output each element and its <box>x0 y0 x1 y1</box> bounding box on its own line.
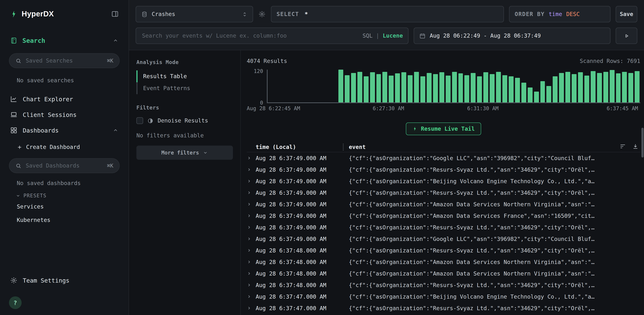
chevron-up-icon[interactable] <box>112 127 118 133</box>
download-icon[interactable] <box>632 143 639 150</box>
chart-bar[interactable] <box>395 73 400 102</box>
table-row[interactable]: Aug 28 6:37:48.000 AM {"cf":{"asOrganiza… <box>247 279 640 291</box>
help-button[interactable]: ? <box>9 296 22 309</box>
chevron-right-icon[interactable] <box>247 167 256 172</box>
chart-bar[interactable] <box>502 75 507 102</box>
chart-bar[interactable] <box>414 72 419 102</box>
chart-bar[interactable] <box>452 72 457 102</box>
hyperdx-logo[interactable]: HyperDX <box>10 10 54 18</box>
table-row[interactable]: Aug 28 6:37:48.000 AM {"cf":{"asOrganiza… <box>247 245 640 256</box>
chart-bar[interactable] <box>565 72 570 102</box>
more-filters-button[interactable]: More filters <box>136 146 233 160</box>
chart-bar[interactable] <box>597 73 602 102</box>
saved-searches-input[interactable]: Saved Searches ⌘K <box>9 53 120 68</box>
sidebar-section-search[interactable]: Search <box>0 37 128 44</box>
chart-bar[interactable] <box>540 81 545 102</box>
table-row[interactable]: Aug 28 6:37:49.000 AM {"cf":{"asOrganiza… <box>247 152 640 164</box>
chart-bar[interactable] <box>559 73 564 102</box>
table-row[interactable]: Aug 28 6:37:49.000 AM {"cf":{"asOrganiza… <box>247 187 640 198</box>
chart-bar[interactable] <box>402 72 406 102</box>
chart-bar[interactable] <box>370 72 375 102</box>
scrollbar-thumb[interactable] <box>642 128 644 157</box>
table-row[interactable]: Aug 28 6:37:49.000 AM {"cf":{"asOrganiza… <box>247 233 640 245</box>
table-row[interactable]: Aug 28 6:37:48.000 AM {"cf":{"asOrganiza… <box>247 256 640 268</box>
chart-bar[interactable] <box>364 76 368 102</box>
chevron-right-icon[interactable] <box>247 306 256 311</box>
chevron-right-icon[interactable] <box>247 213 256 218</box>
chart-bar[interactable] <box>389 76 394 102</box>
chevron-right-icon[interactable] <box>247 190 256 195</box>
chevron-right-icon[interactable] <box>247 248 256 253</box>
event-search-input[interactable] <box>141 32 358 39</box>
chart-bar[interactable] <box>345 75 350 102</box>
sidebar-item-kubernetes[interactable]: Kubernetes <box>0 213 128 227</box>
chart-bar[interactable] <box>515 78 520 102</box>
chart-bar[interactable] <box>578 72 583 102</box>
chevron-right-icon[interactable] <box>247 236 256 241</box>
chevron-right-icon[interactable] <box>247 156 256 160</box>
chevron-right-icon[interactable] <box>247 294 256 299</box>
chart-bar[interactable] <box>427 73 432 102</box>
mode-results-table[interactable]: Results Table <box>136 70 233 82</box>
chart-bar[interactable] <box>471 73 476 102</box>
chart-bar[interactable] <box>628 73 634 102</box>
chevron-right-icon[interactable] <box>247 179 256 184</box>
create-dashboard-button[interactable]: Create Dashboard <box>0 140 128 154</box>
chart-bar[interactable] <box>584 76 589 102</box>
denoise-checkbox[interactable] <box>136 117 143 124</box>
chart-bar[interactable] <box>440 72 444 102</box>
chevron-right-icon[interactable] <box>247 260 256 264</box>
sql-mode-button[interactable]: SQL <box>362 32 372 39</box>
saved-dashboards-input[interactable]: Saved Dashboards ⌘K <box>9 158 120 173</box>
chart-bar[interactable] <box>509 76 514 102</box>
chart-bar[interactable] <box>528 87 532 102</box>
chart-bar[interactable] <box>338 70 343 102</box>
chart-bar[interactable] <box>490 74 494 102</box>
chart-bar[interactable] <box>622 72 627 102</box>
column-resize-handle[interactable] <box>343 144 344 150</box>
select-clause-input[interactable]: SELECT * <box>271 6 504 22</box>
chart-bar[interactable] <box>433 74 438 102</box>
table-row[interactable]: Aug 28 6:37:49.000 AM {"cf":{"asOrganiza… <box>247 198 640 210</box>
order-by-input[interactable]: ORDER BY time DESC <box>509 6 610 22</box>
chevron-up-icon[interactable] <box>112 38 118 43</box>
chart-bar[interactable] <box>358 72 362 102</box>
time-column-header[interactable]: time (Local) <box>256 144 343 150</box>
chart-bar[interactable] <box>376 74 381 102</box>
chart-bar[interactable] <box>546 86 552 102</box>
chart-bar[interactable] <box>464 75 470 102</box>
chart-bar[interactable] <box>420 76 425 102</box>
chart-bar[interactable] <box>521 83 526 102</box>
chart-bar[interactable] <box>603 72 608 102</box>
presets-toggle[interactable]: PRESETS <box>0 190 128 200</box>
chart-bar[interactable] <box>496 72 501 102</box>
chart-bar[interactable] <box>610 70 614 102</box>
table-row[interactable]: Aug 28 6:37:49.000 AM {"cf":{"asOrganiza… <box>247 164 640 175</box>
chevron-right-icon[interactable] <box>247 225 256 230</box>
chart-bar[interactable] <box>382 72 388 102</box>
chart-bar[interactable] <box>635 71 640 102</box>
table-row[interactable]: Aug 28 6:37:49.000 AM {"cf":{"asOrganiza… <box>247 210 640 222</box>
chart-bar[interactable] <box>534 91 539 102</box>
chevron-right-icon[interactable] <box>247 283 256 288</box>
chevron-right-icon[interactable] <box>247 271 256 276</box>
chart-bar[interactable] <box>616 73 621 102</box>
chart-bar[interactable] <box>553 76 558 102</box>
chevron-right-icon[interactable] <box>247 202 256 207</box>
text-wrap-icon[interactable] <box>620 143 626 150</box>
chart-bar[interactable] <box>351 73 356 102</box>
event-search-box[interactable]: SQL | Lucene <box>136 27 408 44</box>
source-select[interactable]: Crashes <box>136 6 253 22</box>
table-row[interactable]: Aug 28 6:37:49.000 AM {"cf":{"asOrganiza… <box>247 175 640 187</box>
sidebar-collapse-icon[interactable] <box>111 10 119 18</box>
chart-bar[interactable] <box>483 72 488 102</box>
mode-event-patterns[interactable]: Event Patterns <box>136 82 233 94</box>
table-row[interactable]: Aug 28 6:37:47.000 AM {"cf":{"asOrganiza… <box>247 302 640 314</box>
sidebar-item-team-settings[interactable]: Team Settings <box>0 273 128 288</box>
sidebar-item-client-sessions[interactable]: Client Sessions <box>0 107 128 122</box>
table-row[interactable]: Aug 28 6:37:48.000 AM {"cf":{"asOrganiza… <box>247 268 640 279</box>
event-column-header[interactable]: event <box>349 144 640 150</box>
sidebar-item-dashboards[interactable]: Dashboards <box>0 122 128 138</box>
lucene-mode-button[interactable]: Lucene <box>383 32 403 39</box>
run-query-button[interactable] <box>616 27 637 44</box>
